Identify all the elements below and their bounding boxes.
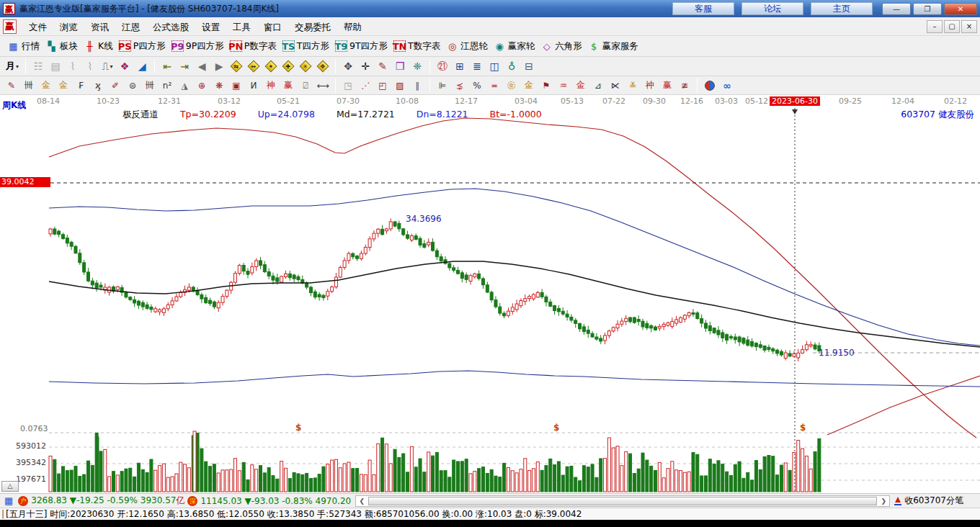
tick-view-link[interactable]: 收603707分笔: [894, 495, 978, 507]
f-ruler-button[interactable]: ₣: [73, 78, 89, 93]
menu-1[interactable]: 浏览: [53, 19, 84, 35]
toolbar-hexagon-button[interactable]: ◇六角形: [540, 40, 582, 53]
toolbar-gann-wheel-button[interactable]: ◎江恩轮: [446, 40, 488, 53]
ying-grid-button[interactable]: 赢: [280, 78, 296, 93]
shanghai-index-quote[interactable]: 3268.83 ▼-19.25 -0.59% 3930.57亿: [31, 495, 184, 507]
candle-style-button[interactable]: ⎍▾: [99, 59, 115, 74]
fan-lines-button[interactable]: ⋰: [357, 78, 373, 93]
quote-table-icon[interactable]: ▦: [4, 495, 13, 506]
toolbar-winner-wheel-button[interactable]: ◉赢家轮: [494, 40, 535, 53]
square-spiral-button[interactable]: ▣: [228, 78, 244, 93]
teal-tool-button[interactable]: ❈: [409, 59, 425, 74]
taiji-theme-button[interactable]: [702, 78, 718, 93]
toolbar-t-square-button[interactable]: TST四方形: [282, 40, 329, 53]
parallel-lines-button[interactable]: ∥: [409, 78, 425, 93]
toolbar-sectors-button[interactable]: ▚板块: [45, 40, 78, 53]
save-button[interactable]: ◫: [486, 59, 502, 74]
f-slope-button[interactable]: ⋉: [607, 78, 623, 93]
gold-gauge-button[interactable]: 金: [573, 78, 589, 93]
forum-button[interactable]: 论坛: [741, 2, 803, 15]
j-slope-button[interactable]: ⊿: [590, 78, 606, 93]
menu-8[interactable]: 交易委托: [288, 19, 337, 35]
price-box-button[interactable]: ◳: [340, 78, 356, 93]
cycle-ruler-button[interactable]: ⊜: [125, 78, 141, 93]
compress-x-button[interactable]: ✚: [280, 59, 296, 74]
last-bar-button[interactable]: ⇥: [177, 59, 192, 74]
chart-area[interactable]: $$$ 08-1410-2312-3103-1205-2107-3010-081…: [0, 95, 980, 493]
shenzhen-index-icon[interactable]: 深: [187, 496, 197, 506]
brush-button[interactable]: ✎: [4, 78, 19, 93]
target-circle-button[interactable]: ⊕: [194, 78, 210, 93]
gold-slope-button[interactable]: ≚: [625, 78, 641, 93]
hand-drag-button[interactable]: ✥: [340, 59, 356, 74]
hatch-box-button[interactable]: ▨: [392, 78, 408, 93]
toolbar-9p-square-button[interactable]: P99P四方形: [172, 40, 224, 53]
flag-tool-button[interactable]: ⚑: [538, 78, 554, 93]
spiral-button[interactable]: ϗ: [90, 78, 106, 93]
menu-2[interactable]: 资讯: [84, 19, 115, 35]
star-burst-button[interactable]: ❋: [211, 78, 227, 93]
volume-pane-toggle-button[interactable]: △: [1, 481, 19, 492]
homepage-button[interactable]: 主页: [811, 2, 873, 15]
ying-slope-button[interactable]: 赢: [659, 78, 675, 93]
mdi-close-button[interactable]: ×: [961, 20, 977, 33]
menu-3[interactable]: 江恩: [115, 19, 146, 35]
toolbar-9t-square-button[interactable]: T99T四方形: [335, 40, 388, 53]
menu-4[interactable]: 公式选股: [146, 19, 195, 35]
mdi-restore-button[interactable]: ▢: [944, 20, 960, 33]
next-bar-button[interactable]: ▶: [211, 59, 227, 74]
scroll-left-arrow[interactable]: ❮: [356, 496, 368, 506]
restore-button[interactable]: ❐: [913, 3, 942, 15]
crosshair-button[interactable]: ✛: [357, 59, 373, 74]
expand-all-button[interactable]: ✳: [298, 59, 313, 74]
print-button[interactable]: ⊟: [521, 59, 537, 74]
scrollbar-thumb[interactable]: [368, 497, 877, 505]
shen-slope-button[interactable]: 祌: [642, 78, 658, 93]
gold-circle-button[interactable]: ㊎: [504, 78, 520, 93]
close-button[interactable]: ✕: [944, 3, 977, 15]
first-bar-button[interactable]: ⇤: [159, 59, 175, 74]
angle-brush-button[interactable]: ✐: [107, 78, 123, 93]
percent-line-button[interactable]: ≖: [486, 78, 502, 93]
calculator-button[interactable]: ⊞: [452, 59, 468, 74]
calendar-button[interactable]: ㉑: [435, 59, 450, 74]
period-selector-dropdown[interactable]: 月▾: [6, 60, 19, 73]
count-grid-button[interactable]: ⍁: [298, 78, 313, 93]
menu-5[interactable]: 设置: [195, 19, 226, 35]
web-data-button[interactable]: ♁: [504, 59, 520, 74]
gold-grid-1-button[interactable]: 金: [38, 78, 54, 93]
rank-chart-button[interactable]: ◢: [134, 59, 150, 74]
mirror-button[interactable]: ◮: [177, 78, 192, 93]
shen-grid-button[interactable]: 神: [263, 78, 279, 93]
span-arrow-button[interactable]: ⟷: [315, 78, 331, 93]
shanghai-index-icon[interactable]: 户: [18, 496, 28, 506]
toolbar-p-square-button[interactable]: PSP四方形: [119, 40, 166, 53]
expand-x-button[interactable]: ✦: [263, 59, 279, 74]
gann-grid-button[interactable]: 卌: [21, 78, 37, 93]
gold-grid-2-button[interactable]: 金: [55, 78, 71, 93]
minimize-button[interactable]: —: [882, 3, 911, 15]
zoom-out-x-button[interactable]: ⇆: [228, 59, 244, 74]
percent-slope-button[interactable]: ⋨: [452, 78, 468, 93]
bar-ruler-button[interactable]: 卌: [142, 78, 158, 93]
notes-button[interactable]: ≣: [469, 59, 485, 74]
menu-6[interactable]: 工具: [226, 19, 257, 35]
toolbar-t-number-table-button[interactable]: TNT数字表: [393, 40, 440, 53]
wave-gauge-button[interactable]: ♒: [556, 78, 571, 93]
mdi-minimize-button[interactable]: –: [927, 20, 943, 33]
scroll-right-arrow[interactable]: ❯: [878, 496, 889, 506]
toolbar-winner-service-button[interactable]: $赢家服务: [588, 40, 638, 53]
zoom-in-x-button[interactable]: ↔: [246, 59, 262, 74]
menu-7[interactable]: 窗口: [257, 19, 288, 35]
prev-bar-button[interactable]: ◀: [194, 59, 210, 74]
gold-line-button[interactable]: 金: [521, 78, 537, 93]
reset-view-button[interactable]: ✥: [315, 59, 331, 74]
kline-chart-canvas[interactable]: $$$: [0, 95, 980, 493]
pointer-pen-button[interactable]: ✎: [375, 59, 391, 74]
percent-button[interactable]: %: [469, 78, 485, 93]
shenzhen-index-quote[interactable]: 11145.03 ▼-93.03 -0.83% 4970.20: [200, 496, 351, 506]
toolbar-p-number-table-button[interactable]: PNP数字表: [230, 40, 277, 53]
zuo-slope-button[interactable]: ≇: [677, 78, 692, 93]
infinite-loop-button[interactable]: ∞: [719, 78, 735, 93]
menu-0[interactable]: 文件: [22, 19, 53, 35]
